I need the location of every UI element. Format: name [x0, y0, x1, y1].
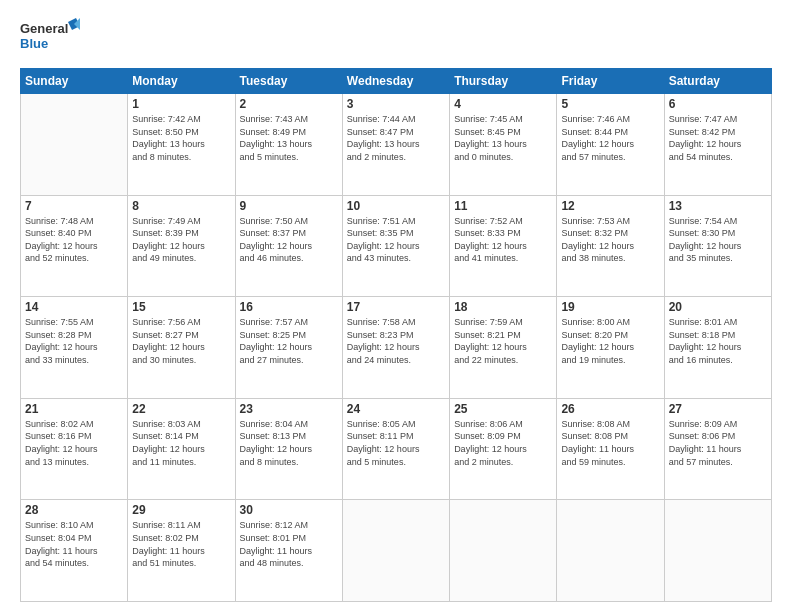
header: General Blue [20, 18, 772, 58]
day-cell: 30Sunrise: 8:12 AM Sunset: 8:01 PM Dayli… [235, 500, 342, 602]
day-number: 26 [561, 402, 659, 416]
header-row: SundayMondayTuesdayWednesdayThursdayFrid… [21, 69, 772, 94]
day-info: Sunrise: 7:53 AM Sunset: 8:32 PM Dayligh… [561, 215, 659, 265]
day-cell: 22Sunrise: 8:03 AM Sunset: 8:14 PM Dayli… [128, 398, 235, 500]
day-cell: 26Sunrise: 8:08 AM Sunset: 8:08 PM Dayli… [557, 398, 664, 500]
day-info: Sunrise: 8:02 AM Sunset: 8:16 PM Dayligh… [25, 418, 123, 468]
day-cell [450, 500, 557, 602]
day-info: Sunrise: 8:10 AM Sunset: 8:04 PM Dayligh… [25, 519, 123, 569]
day-cell: 14Sunrise: 7:55 AM Sunset: 8:28 PM Dayli… [21, 297, 128, 399]
day-number: 6 [669, 97, 767, 111]
day-cell: 19Sunrise: 8:00 AM Sunset: 8:20 PM Dayli… [557, 297, 664, 399]
day-info: Sunrise: 7:58 AM Sunset: 8:23 PM Dayligh… [347, 316, 445, 366]
day-number: 3 [347, 97, 445, 111]
page: General Blue SundayMondayTuesdayWednesda… [0, 0, 792, 612]
day-cell: 16Sunrise: 7:57 AM Sunset: 8:25 PM Dayli… [235, 297, 342, 399]
day-cell: 12Sunrise: 7:53 AM Sunset: 8:32 PM Dayli… [557, 195, 664, 297]
day-info: Sunrise: 8:09 AM Sunset: 8:06 PM Dayligh… [669, 418, 767, 468]
day-number: 10 [347, 199, 445, 213]
day-info: Sunrise: 7:43 AM Sunset: 8:49 PM Dayligh… [240, 113, 338, 163]
day-cell: 15Sunrise: 7:56 AM Sunset: 8:27 PM Dayli… [128, 297, 235, 399]
col-header-friday: Friday [557, 69, 664, 94]
day-cell: 4Sunrise: 7:45 AM Sunset: 8:45 PM Daylig… [450, 94, 557, 196]
day-cell: 11Sunrise: 7:52 AM Sunset: 8:33 PM Dayli… [450, 195, 557, 297]
day-cell: 29Sunrise: 8:11 AM Sunset: 8:02 PM Dayli… [128, 500, 235, 602]
day-cell: 6Sunrise: 7:47 AM Sunset: 8:42 PM Daylig… [664, 94, 771, 196]
day-number: 20 [669, 300, 767, 314]
day-cell: 10Sunrise: 7:51 AM Sunset: 8:35 PM Dayli… [342, 195, 449, 297]
day-number: 28 [25, 503, 123, 517]
day-number: 16 [240, 300, 338, 314]
day-info: Sunrise: 8:05 AM Sunset: 8:11 PM Dayligh… [347, 418, 445, 468]
day-cell: 24Sunrise: 8:05 AM Sunset: 8:11 PM Dayli… [342, 398, 449, 500]
svg-text:General: General [20, 21, 68, 36]
day-number: 2 [240, 97, 338, 111]
day-info: Sunrise: 8:08 AM Sunset: 8:08 PM Dayligh… [561, 418, 659, 468]
day-info: Sunrise: 8:06 AM Sunset: 8:09 PM Dayligh… [454, 418, 552, 468]
day-info: Sunrise: 7:59 AM Sunset: 8:21 PM Dayligh… [454, 316, 552, 366]
day-cell: 9Sunrise: 7:50 AM Sunset: 8:37 PM Daylig… [235, 195, 342, 297]
day-cell: 21Sunrise: 8:02 AM Sunset: 8:16 PM Dayli… [21, 398, 128, 500]
week-row-1: 1Sunrise: 7:42 AM Sunset: 8:50 PM Daylig… [21, 94, 772, 196]
week-row-3: 14Sunrise: 7:55 AM Sunset: 8:28 PM Dayli… [21, 297, 772, 399]
day-number: 12 [561, 199, 659, 213]
day-info: Sunrise: 8:11 AM Sunset: 8:02 PM Dayligh… [132, 519, 230, 569]
day-number: 13 [669, 199, 767, 213]
day-number: 30 [240, 503, 338, 517]
day-cell: 18Sunrise: 7:59 AM Sunset: 8:21 PM Dayli… [450, 297, 557, 399]
week-row-2: 7Sunrise: 7:48 AM Sunset: 8:40 PM Daylig… [21, 195, 772, 297]
day-cell: 17Sunrise: 7:58 AM Sunset: 8:23 PM Dayli… [342, 297, 449, 399]
col-header-monday: Monday [128, 69, 235, 94]
day-number: 21 [25, 402, 123, 416]
day-info: Sunrise: 7:42 AM Sunset: 8:50 PM Dayligh… [132, 113, 230, 163]
day-info: Sunrise: 8:12 AM Sunset: 8:01 PM Dayligh… [240, 519, 338, 569]
day-cell: 27Sunrise: 8:09 AM Sunset: 8:06 PM Dayli… [664, 398, 771, 500]
day-cell [342, 500, 449, 602]
day-number: 22 [132, 402, 230, 416]
day-info: Sunrise: 7:45 AM Sunset: 8:45 PM Dayligh… [454, 113, 552, 163]
col-header-saturday: Saturday [664, 69, 771, 94]
day-info: Sunrise: 7:46 AM Sunset: 8:44 PM Dayligh… [561, 113, 659, 163]
day-info: Sunrise: 7:57 AM Sunset: 8:25 PM Dayligh… [240, 316, 338, 366]
day-info: Sunrise: 8:01 AM Sunset: 8:18 PM Dayligh… [669, 316, 767, 366]
day-info: Sunrise: 8:03 AM Sunset: 8:14 PM Dayligh… [132, 418, 230, 468]
logo-svg: General Blue [20, 18, 80, 58]
week-row-4: 21Sunrise: 8:02 AM Sunset: 8:16 PM Dayli… [21, 398, 772, 500]
col-header-sunday: Sunday [21, 69, 128, 94]
day-cell: 20Sunrise: 8:01 AM Sunset: 8:18 PM Dayli… [664, 297, 771, 399]
day-number: 4 [454, 97, 552, 111]
day-cell [21, 94, 128, 196]
day-number: 7 [25, 199, 123, 213]
day-cell: 13Sunrise: 7:54 AM Sunset: 8:30 PM Dayli… [664, 195, 771, 297]
col-header-thursday: Thursday [450, 69, 557, 94]
week-row-5: 28Sunrise: 8:10 AM Sunset: 8:04 PM Dayli… [21, 500, 772, 602]
day-info: Sunrise: 7:48 AM Sunset: 8:40 PM Dayligh… [25, 215, 123, 265]
day-cell: 5Sunrise: 7:46 AM Sunset: 8:44 PM Daylig… [557, 94, 664, 196]
day-cell: 25Sunrise: 8:06 AM Sunset: 8:09 PM Dayli… [450, 398, 557, 500]
day-info: Sunrise: 7:51 AM Sunset: 8:35 PM Dayligh… [347, 215, 445, 265]
day-number: 11 [454, 199, 552, 213]
day-cell: 7Sunrise: 7:48 AM Sunset: 8:40 PM Daylig… [21, 195, 128, 297]
day-info: Sunrise: 7:47 AM Sunset: 8:42 PM Dayligh… [669, 113, 767, 163]
day-number: 25 [454, 402, 552, 416]
day-number: 24 [347, 402, 445, 416]
day-number: 15 [132, 300, 230, 314]
day-info: Sunrise: 7:50 AM Sunset: 8:37 PM Dayligh… [240, 215, 338, 265]
calendar-table: SundayMondayTuesdayWednesdayThursdayFrid… [20, 68, 772, 602]
day-info: Sunrise: 8:04 AM Sunset: 8:13 PM Dayligh… [240, 418, 338, 468]
col-header-wednesday: Wednesday [342, 69, 449, 94]
day-info: Sunrise: 7:54 AM Sunset: 8:30 PM Dayligh… [669, 215, 767, 265]
day-cell: 23Sunrise: 8:04 AM Sunset: 8:13 PM Dayli… [235, 398, 342, 500]
day-cell: 28Sunrise: 8:10 AM Sunset: 8:04 PM Dayli… [21, 500, 128, 602]
day-cell: 3Sunrise: 7:44 AM Sunset: 8:47 PM Daylig… [342, 94, 449, 196]
day-info: Sunrise: 7:56 AM Sunset: 8:27 PM Dayligh… [132, 316, 230, 366]
day-number: 14 [25, 300, 123, 314]
day-cell: 8Sunrise: 7:49 AM Sunset: 8:39 PM Daylig… [128, 195, 235, 297]
day-number: 1 [132, 97, 230, 111]
day-number: 19 [561, 300, 659, 314]
day-number: 23 [240, 402, 338, 416]
day-number: 29 [132, 503, 230, 517]
day-cell: 2Sunrise: 7:43 AM Sunset: 8:49 PM Daylig… [235, 94, 342, 196]
day-number: 27 [669, 402, 767, 416]
col-header-tuesday: Tuesday [235, 69, 342, 94]
